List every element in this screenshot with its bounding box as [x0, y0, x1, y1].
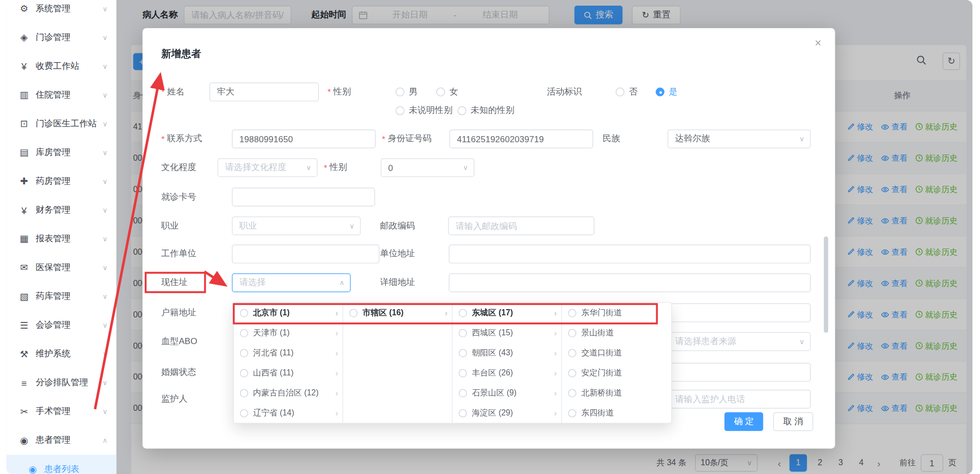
yen-icon: ¥	[19, 205, 30, 216]
cascader-column-4: 东华门街道景山街道交道口街道安定门街道北新桥街道东四街道	[562, 303, 672, 423]
name-input[interactable]	[209, 83, 319, 102]
tools-icon: ⚒	[19, 349, 30, 360]
chevron-up-icon: ∧	[103, 437, 108, 445]
radio-gender-unknown[interactable]: 未知的性别	[458, 105, 515, 117]
ethnicity-select[interactable]: 达斡尔族 ∨	[668, 129, 811, 148]
cascader-option[interactable]: 东四街道	[562, 403, 672, 423]
outpatient-icon: ◈	[19, 32, 30, 43]
modal-scrollbar-thumb[interactable]	[824, 236, 829, 333]
radio-icon	[568, 369, 576, 377]
unit-address-label: 单位地址	[380, 249, 449, 260]
sidebar-item-maintenance[interactable]: ⚒维护系统∨	[6, 339, 116, 368]
cascader-panel: 北京市 (1)›天津市 (1)›河北省 (11)›山西省 (11)›内蒙古自治区…	[233, 302, 672, 423]
radio-gender-female[interactable]: 女	[436, 86, 458, 98]
chevron-down-icon: ∨	[103, 263, 108, 272]
cascader-option[interactable]: 石景山区 (9)›	[453, 383, 561, 403]
cascader-option[interactable]: 安定门街道	[562, 363, 672, 383]
cascader-column-2: 市辖区 (16)›	[343, 303, 453, 423]
cascader-option[interactable]: 山西省 (11)›	[234, 363, 343, 383]
sidebar-item-system[interactable]: ⚙系统管理∨	[6, 0, 116, 23]
sidebar-item-pharmacy[interactable]: ✚药房管理∨	[6, 167, 116, 196]
education-label: 文化程度	[161, 162, 218, 174]
chevron-right-icon: ›	[554, 368, 557, 377]
current-address-cascader-input[interactable]: 请选择 ∧	[232, 273, 350, 292]
cascader-option[interactable]: 河北省 (11)›	[234, 343, 343, 363]
chevron-down-icon: ∨	[349, 222, 355, 230]
gender-label: *性别	[327, 86, 396, 98]
cascader-option[interactable]: 朝阳区 (43)›	[453, 343, 561, 363]
cascader-option[interactable]: 交道口街道	[562, 343, 672, 363]
envelope-icon: ✉	[19, 262, 30, 273]
cascader-option[interactable]: 东华门街道	[562, 303, 672, 323]
contact-input[interactable]	[232, 129, 376, 148]
medical-cross-icon: ✚	[19, 176, 30, 187]
sidebar-item-doctor-station[interactable]: ⊡门诊医生工作站∨	[6, 109, 116, 138]
sidebar-item-label: 医保管理	[35, 262, 99, 273]
cascader-option[interactable]: 市辖区 (16)›	[343, 303, 452, 323]
chevron-down-icon: ∨	[463, 164, 468, 172]
radio-checked-icon	[656, 88, 664, 97]
sidebar-item-warehouse[interactable]: ▤库房管理∨	[6, 138, 116, 167]
sidebar-item-inpatient[interactable]: ▥住院管理∨	[6, 81, 116, 109]
marital-extra-input[interactable]	[668, 363, 811, 382]
sidebar-item-charging[interactable]: ¥收费工作站∨	[6, 52, 116, 81]
drug-store-icon: ▧	[19, 291, 30, 302]
close-icon[interactable]: ×	[815, 37, 821, 50]
chevron-right-icon: ›	[336, 408, 338, 418]
radio-icon	[396, 88, 404, 97]
radio-gender-unspecified[interactable]: 未说明性别	[396, 105, 453, 117]
sidebar-item-finance[interactable]: ¥财务管理∨	[6, 196, 116, 224]
cascader-option[interactable]: 内蒙古自治区 (12)›	[234, 383, 343, 403]
radio-active-no[interactable]: 否	[616, 86, 638, 98]
patient-source-select[interactable]: 请选择患者来源 ∨	[668, 332, 811, 351]
radio-icon	[240, 329, 248, 337]
work-unit-input[interactable]	[232, 244, 379, 263]
sidebar-item-patient[interactable]: ◉患者管理∧	[6, 426, 116, 455]
sidebar-item-report[interactable]: ▦报表管理∨	[6, 224, 116, 253]
radio-active-yes[interactable]: 是	[656, 86, 678, 98]
dialog-footer: 确 定 取 消	[724, 412, 813, 431]
postal-code-input[interactable]	[448, 216, 594, 235]
chevron-down-icon: ∨	[799, 135, 805, 143]
cascader-option[interactable]: 辽宁省 (14)›	[234, 403, 343, 423]
form-row-5: 就诊卡号	[161, 187, 811, 206]
sidebar-subitem-patient-list[interactable]: ◉患者列表	[6, 455, 116, 474]
radio-icon	[568, 409, 576, 417]
education-select[interactable]: 请选择文化程度 ∨	[218, 158, 318, 177]
visit-card-input[interactable]	[232, 187, 375, 206]
gender2-select[interactable]: 0 ∨	[381, 158, 475, 177]
radio-icon	[568, 329, 576, 337]
radio-icon	[459, 329, 467, 337]
sidebar-item-surgery[interactable]: ✂手术管理∨	[6, 397, 116, 426]
detail-address-input[interactable]	[449, 273, 811, 292]
cancel-button[interactable]: 取 消	[773, 412, 813, 431]
chevron-down-icon: ∨	[103, 350, 108, 358]
occupation-select[interactable]: 职业 ∨	[232, 216, 361, 235]
cascader-option[interactable]: 海淀区 (29)›	[453, 403, 561, 423]
sidebar-item-label: 门诊医生工作站	[35, 118, 99, 129]
cascader-option[interactable]: 北京市 (1)›	[234, 303, 343, 323]
chevron-right-icon: ›	[336, 308, 338, 317]
cascader-option[interactable]: 东城区 (17)›	[453, 303, 561, 323]
sidebar-menu: ⚙系统管理∨◈门诊管理∨¥收费工作站∨▥住院管理∨⊡门诊医生工作站∨▤库房管理∨…	[6, 0, 116, 474]
radio-icon	[459, 409, 467, 417]
cascader-option[interactable]: 西城区 (15)›	[453, 323, 561, 343]
report-icon: ▦	[19, 233, 30, 244]
ethnicity-label: 民族	[602, 133, 668, 144]
radio-icon	[568, 309, 576, 317]
guardian-phone-input[interactable]	[668, 390, 811, 409]
cascader-option[interactable]: 北新桥街道	[562, 383, 672, 403]
id-number-input[interactable]	[449, 129, 593, 148]
sidebar-item-insurance[interactable]: ✉医保管理∨	[6, 253, 116, 282]
household-detail-input[interactable]	[668, 304, 811, 323]
confirm-button[interactable]: 确 定	[724, 412, 763, 431]
cascader-option[interactable]: 丰台区 (26)›	[453, 363, 561, 383]
radio-gender-male[interactable]: 男	[396, 86, 418, 98]
sidebar-item-drugstore[interactable]: ▧药库管理∨	[6, 282, 116, 311]
cascader-option[interactable]: 天津市 (1)›	[234, 323, 343, 343]
cascader-option[interactable]: 景山街道	[562, 323, 672, 343]
sidebar-item-consultation[interactable]: ☰会诊管理∨	[6, 311, 116, 339]
sidebar-item-outpatient[interactable]: ◈门诊管理∨	[6, 23, 116, 52]
sidebar-item-triage-queue[interactable]: ≡分诊排队管理∨	[6, 369, 116, 397]
unit-address-input[interactable]	[449, 244, 811, 263]
